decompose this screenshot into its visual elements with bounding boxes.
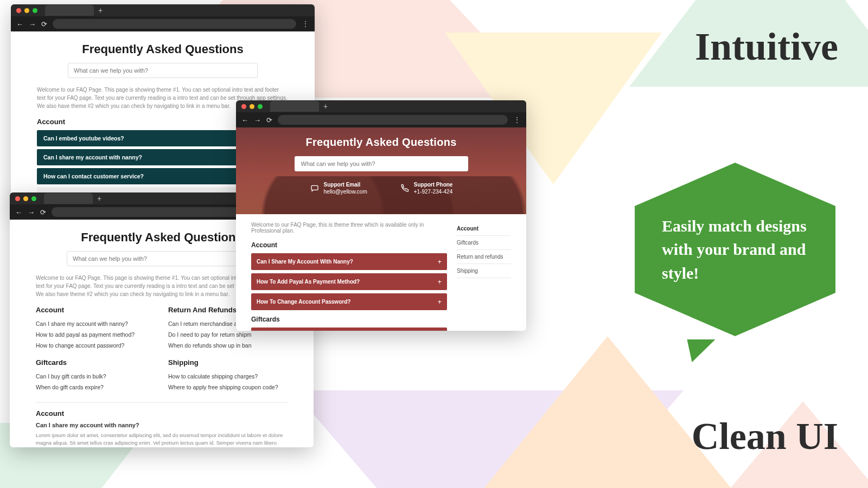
sidebar-link-account[interactable]: Account — [457, 222, 511, 236]
hero-banner: Frequently Asked Questions Support Email… — [236, 127, 526, 214]
faq-link[interactable]: How to change account password? — [36, 340, 155, 351]
divider — [36, 402, 288, 403]
faq-link[interactable]: When do gift cards expire? — [36, 382, 155, 393]
close-icon[interactable] — [16, 8, 21, 13]
page-title: Frequently Asked Questions — [236, 136, 526, 149]
support-phone-value: +1-927-234-424 — [414, 189, 452, 195]
new-tab-button[interactable]: + — [97, 194, 101, 203]
intro-text: Welcome to our FAQ Page, this is theme t… — [251, 222, 447, 234]
back-icon[interactable]: ← — [16, 21, 23, 28]
plus-icon: + — [437, 258, 442, 266]
new-tab-button[interactable]: + — [323, 102, 328, 111]
chat-icon — [310, 183, 320, 193]
sidebar-link-returns[interactable]: Return and refunds — [457, 250, 511, 264]
reload-icon[interactable]: ⟳ — [41, 21, 47, 28]
browser-window-theme3: + ← → ⟳ ⋮ Frequently Asked Questions Sup… — [236, 100, 526, 331]
section-heading-account: Account — [36, 306, 155, 314]
faq-link[interactable]: When do refunds show up in ban — [168, 340, 288, 351]
back-icon[interactable]: ← — [15, 209, 22, 216]
category-sidebar: Account Giftcards Return and refunds Shi… — [457, 222, 511, 331]
support-phone-block: Support Phone+1-927-234-424 — [400, 181, 453, 195]
kebab-menu-icon[interactable]: ⋮ — [302, 20, 309, 28]
expanded-question: Can I share my account with nanny? — [36, 422, 288, 428]
accordion-item[interactable]: Can I Buy Gift Cards In Bulk?+ — [251, 328, 447, 331]
browser-tab[interactable] — [270, 101, 319, 112]
faq-link[interactable]: Can I share my account with nanny? — [36, 318, 155, 329]
close-icon[interactable] — [241, 104, 246, 109]
support-email-label: Support Email — [324, 182, 361, 188]
back-icon[interactable]: ← — [241, 117, 248, 124]
section-heading-giftcards: Giftcards — [251, 316, 447, 323]
expanded-answer: Lorem ipsum dolor sit amet, consectetur … — [36, 432, 288, 447]
search-input[interactable] — [67, 251, 257, 266]
forward-icon[interactable]: → — [29, 21, 36, 28]
section-heading-account: Account — [251, 241, 447, 249]
headline-top: Intuitive — [695, 24, 838, 69]
new-tab-button[interactable]: + — [98, 6, 103, 15]
browser-chrome: + ← → ⟳ ⋮ — [11, 4, 315, 31]
faq-link[interactable]: How to calculate shipping charges? — [168, 371, 288, 382]
kebab-menu-icon[interactable]: ⋮ — [513, 115, 521, 124]
sidebar-link-shipping[interactable]: Shipping — [457, 264, 511, 278]
address-bar[interactable] — [278, 115, 508, 125]
faq-link[interactable]: Where to apply free shipping coupon code… — [168, 382, 288, 393]
section-heading-account: Account — [36, 409, 288, 418]
faq-link[interactable]: Can I buy gift cards in bulk? — [36, 371, 155, 382]
zoom-icon[interactable] — [258, 104, 263, 109]
accordion-item[interactable]: How To Add Payal As Payment Method?+ — [251, 273, 447, 290]
minimize-icon[interactable] — [23, 196, 28, 201]
speech-bubble-text: Easily match designs with your brand and… — [662, 214, 808, 285]
page-title: Frequently Asked Questions — [37, 42, 289, 56]
sidebar-link-giftcards[interactable]: Giftcards — [457, 236, 511, 250]
forward-icon[interactable]: → — [254, 117, 261, 124]
support-email-block: Support Emailhello@yellow.com — [310, 181, 367, 195]
plus-icon: + — [437, 278, 442, 286]
phone-icon — [400, 183, 410, 193]
support-phone-label: Support Phone — [414, 182, 453, 188]
close-icon[interactable] — [15, 196, 20, 201]
zoom-icon[interactable] — [33, 8, 37, 13]
accordion-item[interactable]: Can I Share My Account With Nanny?+ — [251, 253, 447, 270]
speech-bubble: Easily match designs with your brand and… — [635, 163, 835, 352]
support-email-value: hello@yellow.com — [324, 189, 367, 195]
section-heading-giftcards: Giftcards — [36, 358, 155, 367]
plus-icon: + — [437, 298, 442, 306]
minimize-icon[interactable] — [250, 104, 254, 109]
address-bar[interactable] — [53, 19, 296, 29]
browser-tab[interactable] — [44, 193, 93, 204]
section-heading-shipping: Shipping — [168, 358, 288, 367]
reload-icon[interactable]: ⟳ — [40, 209, 46, 216]
faq-link[interactable]: How to add payal as payment method? — [36, 329, 155, 340]
browser-chrome: + ← → ⟳ ⋮ — [236, 100, 526, 127]
minimize-icon[interactable] — [24, 8, 29, 13]
reload-icon[interactable]: ⟳ — [266, 117, 272, 124]
faq-link[interactable]: Do I need to pay for return shipm — [168, 329, 288, 340]
accordion-item[interactable]: How To Change Account Password?+ — [251, 293, 447, 310]
search-input[interactable] — [68, 63, 258, 78]
headline-bottom: Clean UI — [692, 415, 838, 458]
search-input[interactable] — [295, 156, 468, 171]
forward-icon[interactable]: → — [28, 209, 35, 216]
browser-tab[interactable] — [45, 5, 94, 16]
svg-rect-0 — [311, 185, 318, 190]
zoom-icon[interactable] — [31, 196, 36, 201]
